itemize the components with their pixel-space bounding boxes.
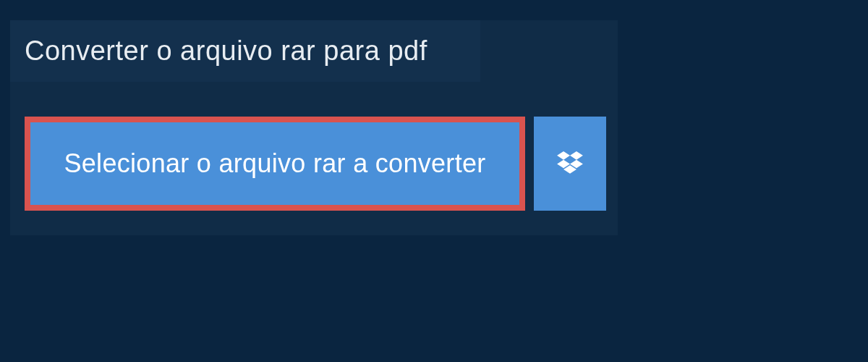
button-row: Selecionar o arquivo rar a converter bbox=[25, 117, 606, 211]
dropbox-icon bbox=[557, 151, 583, 176]
select-file-button[interactable]: Selecionar o arquivo rar a converter bbox=[25, 117, 525, 211]
dropbox-button[interactable] bbox=[534, 117, 606, 211]
converter-panel: Converter o arquivo rar para pdf Selecio… bbox=[10, 20, 618, 235]
select-file-button-label: Selecionar o arquivo rar a converter bbox=[64, 148, 485, 179]
page-title: Converter o arquivo rar para pdf bbox=[25, 35, 427, 67]
title-bar: Converter o arquivo rar para pdf bbox=[10, 20, 480, 82]
